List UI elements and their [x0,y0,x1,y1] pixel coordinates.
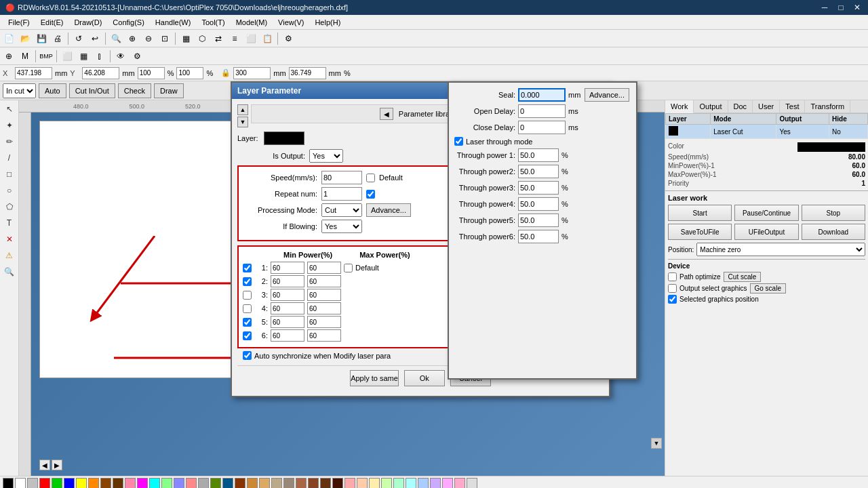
min-power4-input[interactable] [271,302,304,314]
through4-unit: % [561,200,568,208]
through3-row: Through power3: % [454,181,631,195]
is-output-label: Is Output: [237,152,305,160]
param-lib-left[interactable]: ◀ [380,108,393,120]
power4-check[interactable] [243,304,252,313]
through1-input[interactable] [518,148,559,162]
max-power-header: Max Power(%) [359,251,410,259]
default-power1-check[interactable] [344,264,353,272]
through5-input[interactable] [518,214,559,227]
open-delay-unit: ms [568,107,578,115]
through1-unit: % [561,151,568,159]
through1-row: Through power 1: % [454,148,631,162]
through6-row: Through power6: % [454,230,631,243]
layer-dialog-label: Layer: [237,134,258,142]
through5-label: Through power5: [454,216,515,224]
power3-num: 3: [254,291,268,299]
power6-num: 6: [254,331,268,340]
laser-through-label: Laser through mode [466,138,532,146]
seal-row: Seal: mm Advance... [454,88,631,102]
open-delay-label: Open Delay: [454,107,515,115]
blowing-select[interactable]: Yes No [321,220,362,233]
seal-dialog: Seal: mm Advance... Open Delay: ms Close… [448,81,637,380]
dialog-overlay: Layer Parameter ✕ ▲ ▼ ◀ Parameter librar… [0,0,868,488]
max-power4-input[interactable] [307,302,341,314]
min-power5-input[interactable] [271,316,304,328]
dialog-title-text: Layer Parameter [237,86,301,96]
through2-row: Through power2: % [454,165,631,178]
through5-row: Through power5: % [454,214,631,227]
through3-unit: % [561,184,568,192]
default-check-speed[interactable] [366,174,375,182]
scroll-down-btn[interactable]: ▼ [237,117,248,127]
scroll-nav: ▲ ▼ [237,104,248,127]
through2-label: Through power2: [454,167,515,176]
max-power6-input[interactable] [307,329,341,342]
min-power3-input[interactable] [271,289,304,301]
through4-row: Through power4: % [454,197,631,211]
min-power1-input[interactable] [271,262,304,274]
power5-num: 5: [254,318,268,326]
power6-check[interactable] [243,331,252,340]
laser-through-check[interactable] [454,137,463,146]
power2-num: 2: [254,277,268,285]
laser-through-row: Laser through mode [454,137,631,146]
power2-check[interactable] [243,277,252,286]
ok-button[interactable]: Ok [404,370,445,386]
auto-sync-check[interactable] [243,351,252,360]
advance-button[interactable]: Advance... [366,203,411,217]
proc-mode-label: Processing Mode: [243,206,317,214]
through2-input[interactable] [518,165,559,178]
through6-label: Through power6: [454,232,515,241]
through3-label: Through power3: [454,184,515,192]
power3-check[interactable] [243,291,252,300]
layer-color-swatch [264,131,304,145]
max-power5-input[interactable] [307,316,341,328]
through3-input[interactable] [518,181,559,195]
through6-unit: % [561,232,568,241]
through5-unit: % [561,216,568,224]
through4-label: Through power4: [454,200,515,208]
close-delay-row: Close Delay: ms [454,121,631,134]
close-delay-input[interactable] [518,121,566,134]
power5-check[interactable] [243,318,252,327]
max-power3-input[interactable] [307,289,341,301]
max-power1-input[interactable] [307,262,341,274]
scroll-up-btn[interactable]: ▲ [237,104,248,115]
through6-input[interactable] [518,230,559,243]
default-power1-label: Default [355,264,379,272]
through1-label: Through power 1: [454,151,515,159]
seal-dialog-body: Seal: mm Advance... Open Delay: ms Close… [449,83,636,251]
apply-same-button[interactable]: Apply to same [350,370,399,386]
open-delay-row: Open Delay: ms [454,104,631,118]
through4-input[interactable] [518,197,559,211]
auto-sync-label: Auto synchronize when Modify laser para [254,352,391,360]
min-power-header: Min Power(%) [283,251,332,259]
speed-input[interactable] [321,171,362,184]
repeat-input[interactable] [321,187,362,201]
seal-input[interactable] [518,88,566,102]
repeat-label: Repeat num: [243,190,317,198]
power1-num: 1: [254,264,268,272]
repeat-check[interactable] [366,190,375,199]
is-output-select[interactable]: Yes No [309,149,343,163]
seal-advance-button[interactable]: Advance... [585,88,629,102]
speed-label: Speed(mm/s): [243,174,317,182]
min-power2-input[interactable] [271,275,304,287]
seal-label: Seal: [454,91,515,99]
through2-unit: % [561,167,568,176]
seal-unit: mm [568,91,582,99]
proc-mode-select[interactable]: Cut Engrave [321,203,362,217]
default-label-speed: Default [379,174,403,182]
open-delay-input[interactable] [518,104,566,118]
power1-check[interactable] [243,264,252,272]
power4-num: 4: [254,304,268,312]
max-power2-input[interactable] [307,275,341,287]
close-delay-unit: ms [568,123,578,131]
min-power6-input[interactable] [271,329,304,342]
close-delay-label: Close Delay: [454,123,515,131]
blowing-label: If Blowing: [243,222,317,230]
